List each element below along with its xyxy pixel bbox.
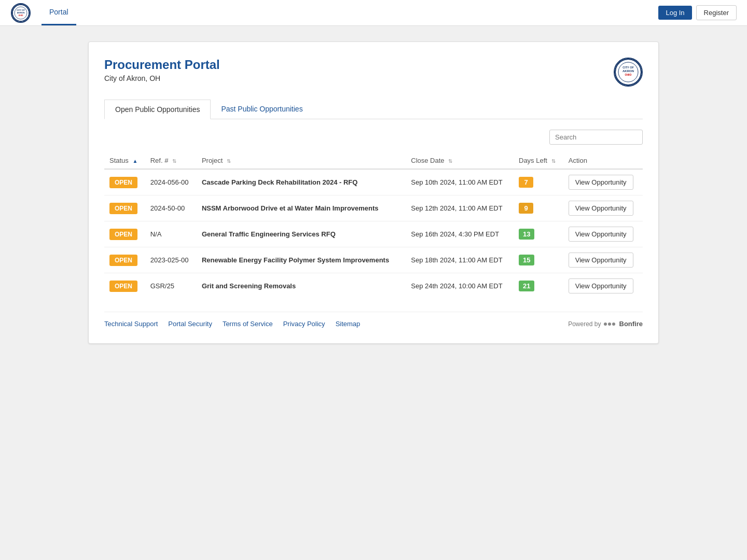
cell-ref-4: GSR/25: [145, 273, 197, 299]
tab-past-opportunities[interactable]: Past Public Opportunities: [211, 100, 313, 119]
cell-days-left-4: 21: [514, 273, 563, 299]
org-logo-circle: CITY OF AKRON OHIO: [11, 3, 31, 23]
opportunity-tabs: Open Public Opportunities Past Public Op…: [104, 100, 643, 119]
col-ref[interactable]: Ref. # ⇅: [145, 152, 197, 169]
col-close-date[interactable]: Close Date ⇅: [406, 152, 514, 169]
portal-title-group: Procurement Portal City of Akron, OH: [104, 58, 220, 82]
footer-link[interactable]: Portal Security: [168, 320, 212, 328]
cell-action-2: View Opportunity: [563, 221, 643, 247]
footer-link[interactable]: Privacy Policy: [283, 320, 325, 328]
view-opportunity-button-4[interactable]: View Opportunity: [569, 278, 633, 293]
cell-days-left-1: 9: [514, 195, 563, 221]
cell-days-left-0: 7: [514, 169, 563, 195]
portal-header: Procurement Portal City of Akron, OH CIT…: [104, 58, 643, 87]
sort-ref-icon: ⇅: [172, 158, 176, 164]
days-badge-3: 15: [519, 255, 534, 265]
footer-link[interactable]: Terms of Service: [223, 320, 273, 328]
cell-close-date-2: Sep 16th 2024, 4:30 PM EDT: [406, 221, 514, 247]
cell-action-4: View Opportunity: [563, 273, 643, 299]
cell-action-3: View Opportunity: [563, 247, 643, 273]
cell-days-left-3: 15: [514, 247, 563, 273]
main-content: Procurement Portal City of Akron, OH CIT…: [78, 26, 669, 359]
cell-ref-1: 2024-50-00: [145, 195, 197, 221]
days-badge-2: 13: [519, 229, 534, 240]
cell-project-2: General Traffic Engineering Services RFQ: [197, 221, 406, 247]
portal-card: Procurement Portal City of Akron, OH CIT…: [88, 41, 659, 344]
cell-close-date-1: Sep 12th 2024, 11:00 AM EDT: [406, 195, 514, 221]
powered-by: Powered by Bonfire: [568, 320, 643, 328]
sort-close-date-icon: ⇅: [448, 158, 452, 164]
footer-link[interactable]: Sitemap: [336, 320, 361, 328]
cell-close-date-3: Sep 18th 2024, 11:00 AM EDT: [406, 247, 514, 273]
status-badge-3: OPEN: [109, 255, 137, 266]
cell-days-left-2: 13: [514, 221, 563, 247]
svg-text:OHIO: OHIO: [19, 15, 23, 17]
cell-status-3: OPEN: [104, 247, 145, 273]
view-opportunity-button-1[interactable]: View Opportunity: [569, 201, 633, 216]
cell-project-1: NSSM Arborwood Drive et al Water Main Im…: [197, 195, 406, 221]
portal-logo: CITY OF AKRON OHIO: [614, 58, 643, 87]
status-badge-0: OPEN: [109, 177, 137, 188]
cell-action-1: View Opportunity: [563, 195, 643, 221]
svg-text:CITY OF: CITY OF: [622, 66, 634, 69]
view-opportunity-button-3[interactable]: View Opportunity: [569, 253, 633, 268]
cell-status-4: OPEN: [104, 273, 145, 299]
nav-logo: CITY OF AKRON OHIO: [10, 3, 31, 23]
cell-status-1: OPEN: [104, 195, 145, 221]
cell-ref-0: 2024-056-00: [145, 169, 197, 195]
search-input[interactable]: [549, 130, 643, 145]
search-container: [104, 130, 643, 145]
register-button[interactable]: Register: [696, 5, 737, 20]
col-action: Action: [563, 152, 643, 169]
table-row: OPEN GSR/25 Grit and Screening Removals …: [104, 273, 643, 299]
sort-project-icon: ⇅: [227, 158, 231, 164]
portal-title: Procurement Portal: [104, 58, 220, 72]
login-button[interactable]: Log In: [658, 6, 691, 20]
table-body: OPEN 2024-056-00 Cascade Parking Deck Re…: [104, 169, 643, 299]
cell-action-0: View Opportunity: [563, 169, 643, 195]
nav-portal-link[interactable]: Portal: [42, 0, 76, 25]
view-opportunity-button-0[interactable]: View Opportunity: [569, 175, 633, 190]
table-header: Status ▲ Ref. # ⇅ Project ⇅ Close Date ⇅: [104, 152, 643, 169]
table-row: OPEN 2024-056-00 Cascade Parking Deck Re…: [104, 169, 643, 195]
cell-project-4: Grit and Screening Removals: [197, 273, 406, 299]
table-row: OPEN N/A General Traffic Engineering Ser…: [104, 221, 643, 247]
sort-days-left-icon: ⇅: [551, 158, 556, 164]
nav-links: Portal: [42, 0, 76, 25]
svg-text:OHIO: OHIO: [625, 73, 632, 76]
days-badge-4: 21: [519, 281, 534, 291]
status-badge-2: OPEN: [109, 229, 137, 240]
table-row: OPEN 2023-025-00 Renewable Energy Facili…: [104, 247, 643, 273]
footer-link[interactable]: Technical Support: [104, 320, 158, 328]
cell-ref-3: 2023-025-00: [145, 247, 197, 273]
sort-status-icon: ▲: [132, 158, 137, 164]
days-badge-0: 7: [519, 177, 533, 188]
cell-project-0: Cascade Parking Deck Rehabilitation 2024…: [197, 169, 406, 195]
cell-project-3: Renewable Energy Facility Polymer System…: [197, 247, 406, 273]
nav-actions: Log In Register: [658, 5, 737, 20]
cell-close-date-0: Sep 10th 2024, 11:00 AM EDT: [406, 169, 514, 195]
col-project[interactable]: Project ⇅: [197, 152, 406, 169]
svg-text:AKRON: AKRON: [17, 11, 25, 14]
powered-by-label: Powered by: [568, 320, 601, 328]
col-status[interactable]: Status ▲: [104, 152, 145, 169]
cell-close-date-4: Sep 24th 2024, 10:00 AM EDT: [406, 273, 514, 299]
status-badge-4: OPEN: [109, 281, 137, 292]
days-badge-1: 9: [519, 203, 533, 214]
portal-footer: Technical SupportPortal SecurityTerms of…: [104, 312, 643, 328]
top-navigation: CITY OF AKRON OHIO Portal Log In Registe…: [0, 0, 747, 26]
view-opportunity-button-2[interactable]: View Opportunity: [569, 227, 633, 242]
tab-open-opportunities[interactable]: Open Public Opportunities: [104, 100, 211, 119]
cell-ref-2: N/A: [145, 221, 197, 247]
table-row: OPEN 2024-50-00 NSSM Arborwood Drive et …: [104, 195, 643, 221]
bonfire-brand: Bonfire: [619, 320, 643, 328]
cell-status-2: OPEN: [104, 221, 145, 247]
cell-status-0: OPEN: [104, 169, 145, 195]
portal-subtitle: City of Akron, OH: [104, 74, 220, 82]
status-badge-1: OPEN: [109, 203, 137, 214]
opportunities-table: Status ▲ Ref. # ⇅ Project ⇅ Close Date ⇅: [104, 152, 643, 299]
bonfire-dots-icon: [604, 323, 615, 326]
footer-links: Technical SupportPortal SecurityTerms of…: [104, 320, 360, 328]
col-days-left[interactable]: Days Left ⇅: [514, 152, 563, 169]
svg-text:AKRON: AKRON: [622, 69, 634, 73]
